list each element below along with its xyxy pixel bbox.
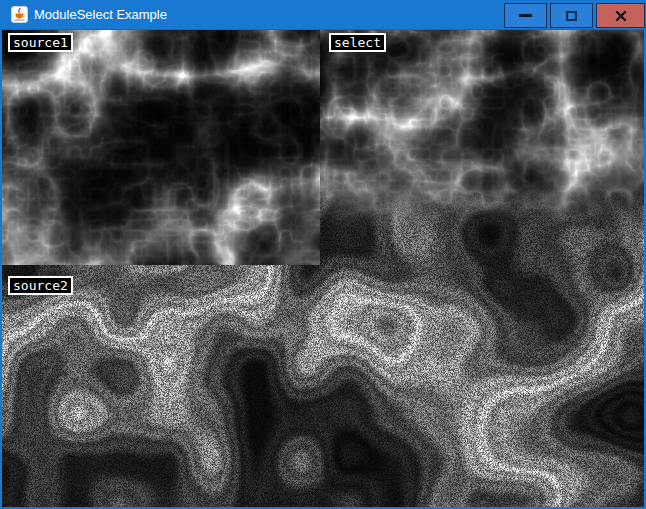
close-icon [615, 10, 627, 22]
minimize-button[interactable] [504, 3, 547, 28]
titlebar[interactable]: ModuleSelect Example [0, 0, 646, 30]
source2-label: source2 [8, 276, 73, 295]
app-window: ModuleSelect Example source1 select sour… [0, 0, 646, 509]
content-area: source1 select source2 [2, 30, 644, 507]
window-title: ModuleSelect Example [34, 0, 167, 29]
minimize-icon [519, 14, 532, 17]
caption-buttons [504, 3, 645, 28]
maximize-button[interactable] [550, 3, 593, 28]
close-button[interactable] [596, 3, 645, 28]
select-label: select [329, 33, 386, 52]
maximize-icon [566, 11, 577, 21]
noise-render-canvas [2, 30, 644, 507]
source1-label: source1 [8, 33, 73, 52]
java-coffee-cup-icon[interactable] [11, 6, 28, 23]
